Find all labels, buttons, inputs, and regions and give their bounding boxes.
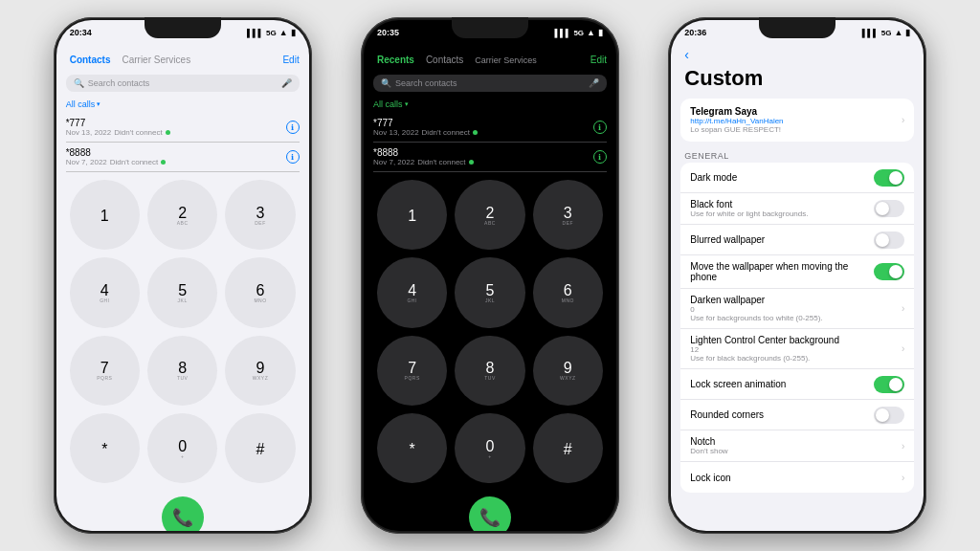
call-btn-dark[interactable]: 📞 <box>469 496 511 531</box>
info-icon-1-dark[interactable]: ℹ <box>593 150 607 164</box>
dial-5-dark[interactable]: 5JKL <box>455 257 524 327</box>
info-icon-1-light[interactable]: ℹ <box>286 150 300 164</box>
setting-row-move-wallpaper[interactable]: Move the wallpaper when moving the phone <box>680 255 914 289</box>
telegram-card[interactable]: Telegram Saya http://t.me/HaHn_VanHalen … <box>680 99 914 142</box>
tab-carrier-dark[interactable]: Carrier Services <box>475 55 537 65</box>
call-item-1-dark[interactable]: *8888 Nov 7, 2022 Didn't connect ℹ <box>373 143 607 172</box>
toggle-blurred[interactable] <box>874 231 904 249</box>
lock-icon-chevron: › <box>902 473 904 483</box>
toggle-move-wallpaper[interactable] <box>874 263 904 280</box>
dial-2-dark[interactable]: 2ABC <box>455 180 524 250</box>
dial-6-dark[interactable]: 6MNO <box>533 257 603 327</box>
dial-6-light[interactable]: 6MNO <box>225 257 295 327</box>
dial-hash-dark[interactable]: # <box>533 413 603 483</box>
setting-row-blurred[interactable]: Blurred wallpaper <box>680 225 914 255</box>
call-item-0-dark[interactable]: *777 Nov 13, 2022 Didn't connect ℹ <box>373 113 607 143</box>
setting-row-lock-icon[interactable]: Lock icon › <box>680 462 914 493</box>
edit-btn-dark[interactable]: Edit <box>590 55 607 65</box>
setting-row-dark-mode[interactable]: Dark mode <box>680 163 914 193</box>
dial-star-dark[interactable]: * <box>377 413 447 483</box>
phone-light: 20:34 ▌▌▌ 5G ▲ ▮ Contacts Carrier Servic… <box>54 17 312 534</box>
dial-0-light[interactable]: 0+ <box>147 413 217 483</box>
dial-8-light[interactable]: 8TUV <box>147 336 217 406</box>
toggle-black-font[interactable] <box>874 200 904 217</box>
dial-7-light[interactable]: 7PQRS <box>70 336 140 406</box>
setting-title-move-wallpaper: Move the wallpaper when moving the phone <box>690 261 874 282</box>
signal-settings: ▌▌▌ <box>862 29 879 37</box>
dial-9-light[interactable]: 9WXYZ <box>225 336 295 406</box>
toggle-rounded[interactable] <box>874 407 904 424</box>
setting-row-notch[interactable]: Notch Don't show › <box>680 430 914 462</box>
setting-row-black-font[interactable]: Black font Use for white or light backgr… <box>680 193 914 225</box>
call-number-0-dark: *777 <box>373 118 593 128</box>
search-icon-light: 🔍 <box>74 78 84 88</box>
setting-title-black-font: Black font <box>690 199 874 209</box>
search-bar-light[interactable]: 🔍 Search contacts 🎤 <box>66 75 300 92</box>
info-icon-0-dark[interactable]: ℹ <box>593 121 607 134</box>
dial-4-dark[interactable]: 4GHI <box>377 257 447 327</box>
dial-4-light[interactable]: 4GHI <box>70 257 140 327</box>
call-date-1-dark: Nov 7, 2022 Didn't connect <box>373 158 593 166</box>
wifi-icon-settings: ▲ <box>894 28 902 37</box>
setting-title-dark-mode: Dark mode <box>690 172 874 183</box>
setting-title-notch: Notch <box>690 436 902 447</box>
call-btn-area-dark: 📞 <box>364 491 616 531</box>
info-icon-0-light[interactable]: ℹ <box>286 121 300 134</box>
setting-value-darken: 0 <box>690 305 902 314</box>
phone-header-dark: Recents Contacts Carrier Services Edit <box>364 41 616 71</box>
call-item-1-light[interactable]: *8888 Nov 7, 2022 Didn't connect ℹ <box>66 143 300 172</box>
telegram-chevron: › <box>902 115 904 125</box>
tabs-dark: Recents Contacts Carrier Services <box>373 53 541 67</box>
dial-hash-light[interactable]: # <box>225 413 295 483</box>
search-bar-dark[interactable]: 🔍 Search contacts 🎤 <box>373 75 607 92</box>
screenshot-container: 20:34 ▌▌▌ 5G ▲ ▮ Contacts Carrier Servic… <box>0 0 980 551</box>
setting-text-lock-animation: Lock screen animation <box>690 379 874 389</box>
setting-desc-lighten: Use for black backgrounds (0-255). <box>690 354 902 363</box>
dial-7-dark[interactable]: 7PQRS <box>377 336 447 406</box>
dial-3-dark[interactable]: 3DEF <box>533 180 603 250</box>
dial-3-light[interactable]: 3DEF <box>225 180 295 250</box>
status-icons-settings: ▌▌▌ 5G ▲ ▮ <box>862 28 911 37</box>
dial-1-light[interactable]: 1 <box>70 180 140 250</box>
green-dot-1-dark <box>469 160 474 165</box>
search-icon-dark: 🔍 <box>381 78 391 88</box>
filter-label-dark: All calls <box>373 99 403 109</box>
all-calls-dark[interactable]: All calls ▾ <box>364 96 616 113</box>
tab-carrier-light[interactable]: Carrier Services <box>122 55 190 65</box>
setting-row-lighten[interactable]: Lighten Control Center background 12 Use… <box>680 329 914 369</box>
filter-chevron-dark: ▾ <box>405 100 409 108</box>
call-number-1-dark: *8888 <box>373 147 593 158</box>
filter-chevron-light: ▾ <box>97 100 100 108</box>
setting-row-lock-animation[interactable]: Lock screen animation <box>680 369 914 400</box>
dial-9-dark[interactable]: 9WXYZ <box>533 336 603 406</box>
telegram-url: http://t.me/HaHn_VanHalen <box>690 117 783 125</box>
edit-btn-light[interactable]: Edit <box>282 55 299 65</box>
setting-title-rounded: Rounded corners <box>690 409 874 420</box>
lighten-chevron: › <box>902 343 904 354</box>
setting-value-lighten: 12 <box>690 345 902 354</box>
dial-8-dark[interactable]: 8TUV <box>455 336 524 406</box>
setting-row-rounded[interactable]: Rounded corners <box>680 400 914 430</box>
dial-2-light[interactable]: 2ABC <box>147 180 217 250</box>
setting-subtitle-black-font: Use for white or light backgrounds. <box>690 209 874 218</box>
call-item-0-light[interactable]: *777 Nov 13, 2022 Didn't connect ℹ <box>66 113 300 143</box>
tab-recents-dark[interactable]: Recents <box>377 55 414 65</box>
search-placeholder-dark: Search contacts <box>395 78 457 88</box>
section-label-general: GENERAL <box>671 147 924 163</box>
tab-contacts-dark[interactable]: Contacts <box>426 55 463 65</box>
toggle-lock-animation[interactable] <box>874 376 904 393</box>
search-placeholder-light: Search contacts <box>88 78 150 88</box>
call-btn-light[interactable]: 📞 <box>162 496 204 531</box>
network-dark: 5G <box>573 29 584 37</box>
dial-5-light[interactable]: 5JKL <box>147 257 217 327</box>
dial-1-dark[interactable]: 1 <box>377 180 447 250</box>
telegram-row: Telegram Saya http://t.me/HaHn_VanHalen … <box>690 106 904 134</box>
dial-0-dark[interactable]: 0+ <box>455 413 524 483</box>
setting-row-darken[interactable]: Darken wallpaper 0 Use for backgrounds t… <box>680 289 914 329</box>
notch-settings <box>759 17 835 38</box>
dial-star-light[interactable]: * <box>70 413 140 483</box>
back-button[interactable]: ‹ <box>684 47 689 62</box>
tab-contacts-light[interactable]: Contacts <box>70 55 111 65</box>
toggle-dark-mode[interactable] <box>874 169 904 187</box>
all-calls-light[interactable]: All calls ▾ <box>56 96 309 113</box>
